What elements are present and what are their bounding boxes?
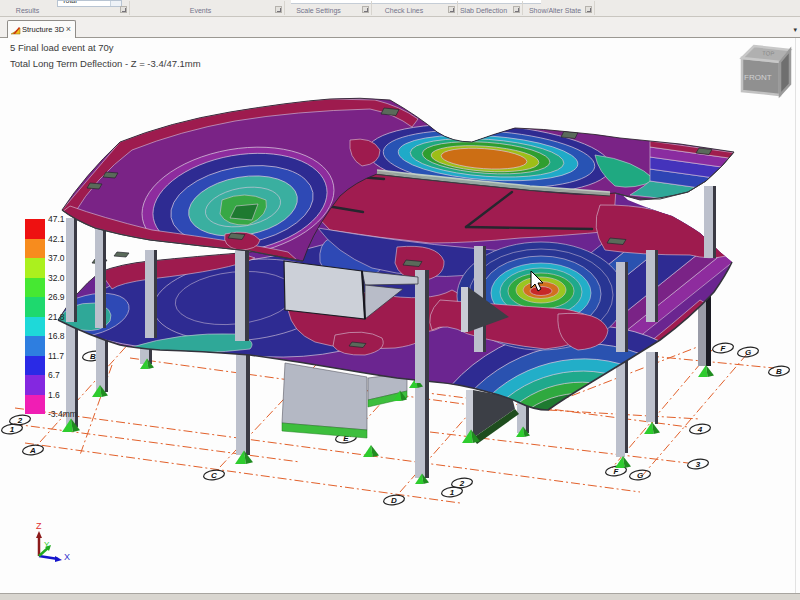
svg-text:3: 3 [696, 460, 701, 469]
legend-value-label: 26.9 [48, 292, 65, 302]
view-cube[interactable]: FRONT TOP [742, 46, 790, 95]
legend-color-block [25, 336, 45, 356]
svg-text:2: 2 [17, 416, 23, 425]
grid-bubble-F: F [712, 342, 734, 354]
grid-bubble-3: 3 [687, 458, 709, 470]
document-tab-strip: Structure 3D × ▾ [0, 17, 800, 38]
ribbon-group-events: Events [130, 0, 285, 16]
ribbon-strip: Total ResultsEventsScale SettingsCheck L… [0, 0, 800, 17]
legend-value-label: 11.7 [48, 351, 64, 361]
ribbon-group-show-alter-state: Show/Alter State [523, 0, 595, 16]
view-cube-top-label: TOP [762, 50, 775, 57]
legend-color-block [25, 395, 45, 415]
svg-text:B: B [776, 367, 782, 376]
legend-value-label: 21.8 [48, 312, 65, 322]
legend-color-block [25, 317, 45, 337]
legend-color-block [25, 375, 45, 395]
svg-text:4: 4 [697, 425, 703, 434]
grid-bubble-G: G [629, 469, 651, 481]
grid-bubble-D: D [383, 494, 405, 506]
tab-close-icon[interactable]: × [66, 24, 71, 34]
legend-value-label: 32.0 [48, 273, 65, 283]
structure-3d-tab-icon [11, 26, 21, 35]
ribbon-group-label: Check Lines [361, 7, 447, 14]
svg-text:1: 1 [450, 488, 455, 497]
legend-value-label: -3.4mm [48, 409, 77, 419]
legend-value-label: 1.6 [48, 390, 60, 400]
grid-bubble-A: A [22, 444, 44, 456]
legend-color-block [25, 356, 45, 376]
support-pyramid [615, 456, 631, 468]
legend-color-block [25, 239, 45, 259]
svg-text:A: A [29, 446, 36, 455]
tab-label: Structure 3D [22, 25, 64, 34]
svg-text:D: D [391, 496, 397, 505]
ribbon-group-label: Events [123, 7, 278, 14]
ribbon-group-label: Show/Alter State [519, 7, 591, 14]
ribbon-group-label: Scale Settings [275, 7, 362, 14]
legend-color-block [25, 219, 45, 239]
grid-bubble-G: G [737, 346, 759, 358]
viewport-right-border [795, 38, 796, 593]
z-axis-label: Z [36, 521, 42, 531]
svg-text:2: 2 [459, 479, 465, 488]
y-axis-label: Y [44, 540, 50, 549]
legend-color-block [25, 278, 45, 298]
legend-value-label: 16.8 [48, 331, 65, 341]
application-window: Total ResultsEventsScale SettingsCheck L… [0, 0, 800, 600]
ribbon-group-label: Results [0, 7, 130, 14]
svg-text:B: B [90, 352, 96, 361]
x-axis-label: X [64, 552, 70, 562]
dialog-launcher-button[interactable] [585, 6, 592, 13]
legend-value-label: 6.7 [48, 370, 60, 380]
legend-value-label: 37.0 [48, 253, 65, 263]
grid-bubble-B: B [768, 365, 790, 377]
tab-overflow-icon[interactable]: ▾ [793, 26, 797, 34]
axis-triad: Z X Y [36, 521, 70, 562]
load-event-caption: 5 Final load event at 70y [10, 42, 114, 53]
ribbon-group-results: Results [0, 0, 130, 16]
tab-structure-3d[interactable]: Structure 3D × [7, 20, 76, 38]
legend-color-block [25, 258, 45, 278]
svg-text:1: 1 [10, 425, 15, 434]
result-caption: Total Long Term Deflection - Z = -3.4/47… [10, 58, 201, 69]
svg-text:G: G [637, 471, 643, 480]
legend-value-label: 42.1 [48, 234, 65, 244]
ribbon-group-check-lines: Check Lines [372, 0, 458, 16]
view-cube-front-label: FRONT [744, 73, 772, 82]
grid-bubble-1: 1 [441, 486, 463, 498]
svg-text:G: G [745, 348, 751, 357]
svg-text:C: C [211, 471, 217, 480]
model-viewport[interactable]: 5 Final load event at 70y Total Long Ter… [0, 38, 800, 593]
grid-bubble-4: 4 [689, 423, 711, 435]
ribbon-group-label: Slab Deflection [451, 7, 516, 14]
grid-bubble-C: C [203, 469, 225, 481]
structure-3d-scene: 21ABCED21FGFGB43 [0, 38, 800, 593]
grid-bubble-1: 1 [1, 423, 23, 435]
ribbon-group-scale-settings: Scale Settings [285, 0, 372, 16]
support-pyramid [363, 445, 379, 457]
status-bar [0, 593, 800, 600]
ribbon-group-slab-deflection: Slab Deflection [458, 0, 523, 16]
legend-color-block [25, 297, 45, 317]
legend-value-label: 47.1 [48, 214, 65, 224]
svg-text:F: F [721, 344, 727, 353]
support-pyramid [698, 365, 714, 377]
svg-text:F: F [614, 467, 620, 476]
